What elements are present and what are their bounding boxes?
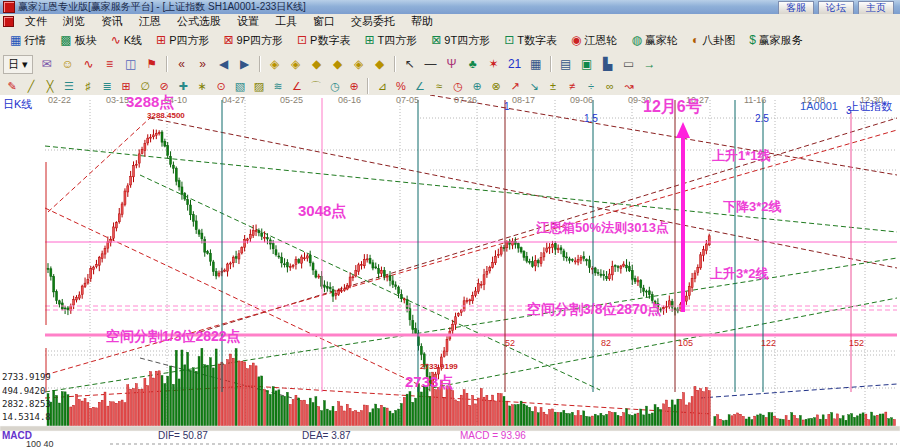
triangle-tool-icon[interactable]: ⊿ (373, 77, 391, 94)
menu-item[interactable]: 设置 (229, 14, 267, 29)
gann-grid-icon[interactable]: ♯ (79, 77, 97, 94)
gann-line[interactable] (150, 118, 897, 268)
first-icon[interactable]: « (172, 55, 192, 74)
zoom-up-icon[interactable]: ◆ (307, 55, 327, 74)
last-icon[interactable]: » (193, 55, 213, 74)
kline-squiggle-icon[interactable]: ∿ (79, 55, 99, 74)
note-icon[interactable]: ◫ (121, 55, 141, 74)
smiley-icon[interactable]: ☺ (58, 55, 78, 74)
tree-icon[interactable]: ♣ (463, 55, 483, 74)
prev-icon[interactable]: ◀ (214, 55, 234, 74)
angle2-tool-icon[interactable]: ∠ (411, 77, 429, 94)
approx-tool-icon[interactable]: ≈ (430, 77, 448, 94)
box-tool-icon[interactable]: ⊞ (117, 77, 135, 94)
menu-item[interactable]: 帮助 (403, 14, 441, 29)
squiggle-tool-icon[interactable]: ↝ (620, 77, 638, 94)
gann-line[interactable] (48, 118, 150, 212)
infinity-tool-icon[interactable]: ∞ (601, 77, 619, 94)
menu-item[interactable]: 浏览 (55, 14, 93, 29)
down-arrow-tool-icon[interactable]: ↘ (525, 77, 543, 94)
export-icon[interactable]: → (640, 55, 660, 74)
expand-v-icon[interactable]: ◆ (370, 55, 390, 74)
time-cycle-icon[interactable]: ◷ (326, 77, 344, 94)
calculator-icon[interactable]: ▦ (526, 55, 546, 74)
branch-icon[interactable]: Ψ (442, 55, 462, 74)
line-icon[interactable]: — (421, 55, 441, 74)
cycle-tool-icon[interactable]: ⊘ (155, 77, 173, 94)
zoom-right-icon[interactable]: ◈ (286, 55, 306, 74)
menu-item[interactable]: 江恩 (131, 14, 169, 29)
wave-tool-icon[interactable]: ≋ (269, 77, 287, 94)
menu-item[interactable]: 公式选股 (169, 14, 229, 29)
titlebar-button[interactable]: 客服 (778, 1, 814, 15)
toolbar-button[interactable]: ◍赢家轮 (625, 30, 683, 51)
trend-line-icon[interactable]: ╱ (22, 77, 40, 94)
gann-line[interactable] (45, 208, 430, 390)
toolbar-button[interactable]: ⊞P四方形 (150, 30, 215, 51)
zoom-left-icon[interactable]: ◈ (265, 55, 285, 74)
calendar-21-icon[interactable]: 21 (505, 55, 525, 74)
toolbar-button[interactable]: ◉江恩轮 (565, 30, 623, 51)
clock-tool-icon[interactable]: ◷ (449, 77, 467, 94)
dot-tool-icon[interactable]: ⊙ (212, 77, 230, 94)
pointer-icon[interactable]: ↖ (400, 55, 420, 74)
divide-tool-icon[interactable]: ÷ (582, 77, 600, 94)
gann-line[interactable] (200, 118, 897, 332)
menu-item[interactable]: 文件 (17, 14, 55, 29)
gann-line[interactable] (430, 95, 897, 175)
period-dropdown[interactable]: 日 ▾ (3, 55, 33, 74)
gann-line[interactable] (45, 258, 897, 392)
toolbar-button[interactable]: ⊡T数字表 (498, 30, 563, 51)
gann-line[interactable] (432, 298, 897, 388)
titlebar-button[interactable]: 论坛 (818, 1, 854, 15)
pencil-icon[interactable]: ✎ (3, 77, 21, 94)
expand-h-icon[interactable]: ◈ (349, 55, 369, 74)
toolbar-button[interactable]: ▩板块 (54, 30, 102, 51)
oplus-tool-icon[interactable]: ⊕ (468, 77, 486, 94)
otimes-tool-icon[interactable]: ⊗ (487, 77, 505, 94)
cross-line-icon[interactable]: ╳ (41, 77, 59, 94)
plusminus-tool-icon[interactable]: ± (544, 77, 562, 94)
angle-tool-icon[interactable]: ∠ (288, 77, 306, 94)
mail-icon[interactable]: ✉ (37, 55, 57, 74)
toolbar-button[interactable]: ⊞T四方形 (358, 30, 423, 51)
toolbar-button[interactable]: ⊡P数字表 (291, 30, 356, 51)
ruler-icon[interactable]: ≣ (98, 77, 116, 94)
titlebar-button[interactable]: 主页 (858, 1, 894, 15)
chart-area[interactable]: 02-2203-1504-1004-2705-2506-1607-0507-26… (0, 95, 900, 448)
menu-item[interactable]: 资讯 (93, 14, 131, 29)
next-icon[interactable]: ▶ (235, 55, 255, 74)
toolbar-button[interactable]: $赢家服务 (743, 30, 809, 51)
plus-tool-icon[interactable]: ✚ (174, 77, 192, 94)
menu-item[interactable]: 窗口 (305, 14, 343, 29)
hatch2-tool-icon[interactable]: ▨ (250, 77, 268, 94)
toolbar-button[interactable]: ⊠9P四方形 (218, 30, 290, 51)
toolbar-button[interactable]: ◐八卦图 (686, 30, 741, 51)
toolbar-button[interactable]: ⊠9T四方形 (425, 30, 496, 51)
chart-bars-icon[interactable]: ≡ (100, 55, 120, 74)
print-icon[interactable]: ▭ (619, 55, 639, 74)
star-tool-icon[interactable]: ∗ (193, 77, 211, 94)
kline-chart-svg[interactable]: 02-2203-1504-1004-2705-2506-1607-0507-26… (0, 95, 900, 448)
circle-tool-icon[interactable]: ∅ (136, 77, 154, 94)
noteq-tool-icon[interactable]: ≠ (563, 77, 581, 94)
grid-icon[interactable]: ▤ (556, 55, 576, 74)
menu-item[interactable]: 交易委托 (343, 14, 403, 29)
target-tool-icon[interactable]: ⊕ (345, 77, 363, 94)
zoom-down-icon[interactable]: ◆ (328, 55, 348, 74)
arc-tool-icon[interactable]: ⌒ (307, 77, 325, 94)
hlines-icon[interactable]: ☰ (60, 77, 78, 94)
image-icon[interactable]: ▣ (577, 55, 597, 74)
gann-line[interactable] (700, 384, 897, 398)
gann-line[interactable] (140, 175, 600, 390)
flag-icon[interactable]: ⚑ (142, 55, 162, 74)
save-icon[interactable]: ▙ (598, 55, 618, 74)
toolbar-button[interactable]: ▦行情 (4, 30, 52, 51)
hatch-tool-icon[interactable]: ▧ (231, 77, 249, 94)
pane-splitter[interactable] (0, 426, 900, 431)
gann-line[interactable] (45, 146, 897, 232)
burst-icon[interactable]: ✶ (484, 55, 504, 74)
up-arrow-tool-icon[interactable]: ↗ (506, 77, 524, 94)
percent-tool-icon[interactable]: % (392, 77, 410, 94)
menu-item[interactable]: 工具 (267, 14, 305, 29)
